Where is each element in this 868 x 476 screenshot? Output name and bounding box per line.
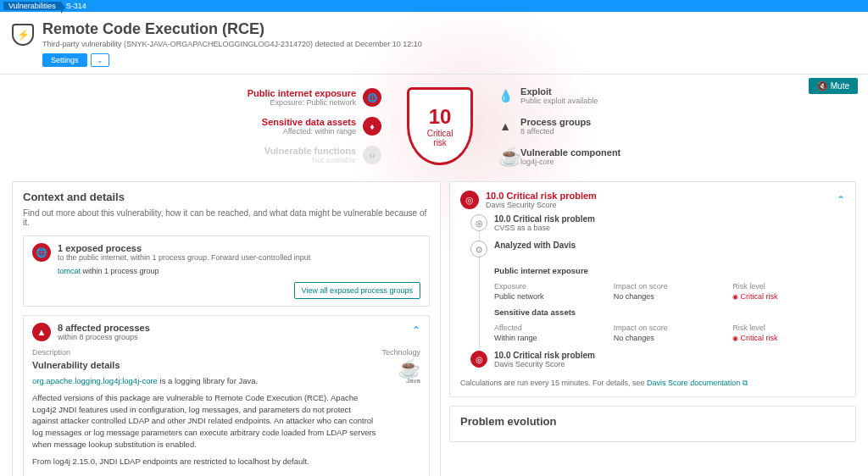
step-davis-analysis: ⊙ Analyzed with Davis: [470, 241, 845, 257]
context-card: Context and details Find out more about …: [12, 181, 441, 476]
java-icon: ☕: [498, 148, 512, 165]
problem-evolution-card: Problem evolution: [449, 406, 856, 442]
metric-vulnerable-component: ☕ Vulnerable componentlog4j-core: [498, 147, 620, 166]
mute-button[interactable]: 🔇 Mute: [809, 78, 858, 94]
collapse-icon[interactable]: ⌃: [412, 324, 420, 336]
step-final-score: ◎ 10.0 Critical risk problem Davis Secur…: [470, 351, 845, 368]
step-cvss-base: ◎ 10.0 Critical risk problem CVSS as a b…: [470, 214, 845, 232]
java-icon: ☕: [398, 360, 420, 377]
settings-button[interactable]: Settings: [42, 53, 87, 67]
warning-icon: ▲: [498, 119, 512, 133]
exposed-process-card: 🌐 1 exposed process to the public intern…: [23, 235, 430, 307]
calculation-note: Calculations are run every 15 minutes. F…: [460, 379, 845, 388]
breadcrumb-vulnerabilities[interactable]: Vulnerabilities: [3, 2, 61, 10]
technology-label: Technology: [381, 348, 420, 357]
breadcrumb: Vulnerabilities S-314: [0, 0, 868, 12]
metric-process-groups: ▲ Process groups8 affected: [498, 117, 620, 136]
context-title: Context and details: [23, 191, 430, 203]
collapse-icon[interactable]: ⌃: [837, 194, 845, 206]
exposure-section-label: Public internet exposure: [494, 266, 845, 275]
metric-internet-exposure: Public internet exposure Exposure: Publi…: [248, 88, 381, 107]
target-icon: ◎: [470, 351, 487, 368]
globe-icon: 🌐: [32, 243, 51, 262]
shield-icon: ⚡: [12, 24, 34, 46]
drop-icon: 💧: [498, 89, 512, 102]
settings-dropdown-button[interactable]: ⌄: [91, 53, 109, 67]
tomcat-link[interactable]: tomcat: [58, 267, 81, 275]
globe-icon: 🌐: [363, 88, 381, 107]
summary-band: 🔇 Mute Public internet exposure Exposure…: [0, 75, 868, 181]
vulnerability-para-1: Affected versions of this package are vu…: [32, 392, 378, 451]
metric-vulnerable-functions: Vulnerable functions Not available ‹›: [264, 146, 381, 164]
page-subtitle: Third-party vulnerability (SNYK-JAVA-ORG…: [42, 40, 422, 48]
target-icon: ◎: [460, 191, 479, 209]
davis-score-card: ◎ 10.0 Critical risk problem Davis Secur…: [449, 181, 856, 397]
affected-processes-card: ⌃ ▲ 8 affected processes within 8 proces…: [23, 315, 430, 476]
risk-score-badge: 10 Criticalrisk: [407, 87, 473, 165]
page-title: Remote Code Execution (RCE): [42, 20, 422, 38]
problem-evolution-title: Problem evolution: [460, 415, 845, 428]
description-label: Description: [32, 348, 70, 357]
sensitive-section-label: Sensitive data assets: [494, 307, 845, 317]
davis-doc-link[interactable]: Davis Score documentation: [647, 379, 748, 387]
vulnerability-para-2: From log4j 2.15.0, JNDI LDAP endpoints a…: [32, 456, 378, 468]
vulnerability-details-title: Vulnerability details: [32, 360, 378, 370]
metric-sensitive-data: Sensitive data assets Affected: within r…: [262, 117, 381, 136]
metric-exploit: 💧 ExploitPublic exploit available: [498, 86, 620, 105]
code-icon: ‹›: [363, 146, 381, 164]
context-description: Find out more about this vulnerability, …: [23, 208, 430, 227]
breadcrumb-id[interactable]: S-314: [61, 2, 92, 10]
view-all-exposed-button[interactable]: View all exposed process groups: [294, 282, 420, 299]
warning-icon: ▲: [32, 323, 51, 341]
gem-icon: ♦: [363, 117, 381, 136]
component-link[interactable]: org.apache.logging.log4j:log4j-core: [32, 376, 158, 385]
page-header: ⚡ Remote Code Execution (RCE) Third-part…: [0, 12, 868, 75]
magnify-icon: ⊙: [470, 241, 487, 257]
target-icon: ◎: [470, 214, 487, 231]
